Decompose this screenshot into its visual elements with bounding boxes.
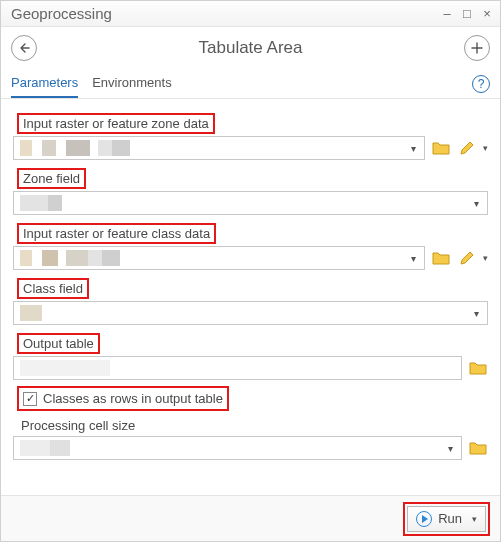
minimize-icon[interactable]: – <box>440 7 454 21</box>
run-button[interactable]: Run ▾ <box>407 506 486 532</box>
label-input-class: Input raster or feature class data <box>17 223 216 244</box>
maximize-icon[interactable]: □ <box>460 7 474 21</box>
cell-size-combo[interactable]: ▾ <box>13 436 462 460</box>
input-zone-value <box>20 137 407 159</box>
classes-as-rows-label: Classes as rows in output table <box>43 391 223 406</box>
browse-button[interactable] <box>468 438 488 458</box>
tab-environments[interactable]: Environments <box>92 69 171 98</box>
chevron-down-icon[interactable]: ▾ <box>407 143 420 154</box>
chevron-down-icon[interactable]: ▾ <box>444 443 457 454</box>
add-button[interactable] <box>464 35 490 61</box>
input-class-combo[interactable]: ▾ <box>13 246 425 270</box>
pane-title: Geoprocessing <box>11 5 112 22</box>
class-field-value <box>20 302 470 324</box>
label-zone-field: Zone field <box>17 168 86 189</box>
folder-icon <box>469 440 487 456</box>
close-icon[interactable]: × <box>480 7 494 21</box>
label-output-table: Output table <box>17 333 100 354</box>
chevron-down-icon[interactable]: ▾ <box>407 253 420 264</box>
classes-as-rows-row: ✓ Classes as rows in output table <box>17 386 229 411</box>
browse-button[interactable] <box>431 248 451 268</box>
label-input-zone: Input raster or feature zone data <box>17 113 215 134</box>
zone-field-combo[interactable]: ▾ <box>13 191 488 215</box>
back-button[interactable] <box>11 35 37 61</box>
input-zone-combo[interactable]: ▾ <box>13 136 425 160</box>
cell-size-value <box>20 437 444 459</box>
help-button[interactable]: ? <box>472 75 490 93</box>
browse-button[interactable] <box>431 138 451 158</box>
output-table-input[interactable] <box>13 356 462 380</box>
edit-chevron-icon[interactable]: ▾ <box>483 253 488 263</box>
output-table-value <box>20 357 457 379</box>
run-chevron-icon[interactable]: ▾ <box>472 514 477 524</box>
add-icon <box>471 42 483 54</box>
pencil-icon <box>459 250 475 266</box>
folder-icon <box>469 360 487 376</box>
input-class-value <box>20 247 407 269</box>
folder-icon <box>432 140 450 156</box>
pencil-icon <box>459 140 475 156</box>
chevron-down-icon[interactable]: ▾ <box>470 308 483 319</box>
tab-parameters[interactable]: Parameters <box>11 69 78 98</box>
edit-button[interactable] <box>457 248 477 268</box>
classes-as-rows-checkbox[interactable]: ✓ <box>23 392 37 406</box>
run-label: Run <box>438 511 462 526</box>
label-cell-size: Processing cell size <box>17 417 139 434</box>
label-class-field: Class field <box>17 278 89 299</box>
edit-button[interactable] <box>457 138 477 158</box>
play-icon <box>416 511 432 527</box>
back-icon <box>18 42 30 54</box>
class-field-combo[interactable]: ▾ <box>13 301 488 325</box>
chevron-down-icon[interactable]: ▾ <box>470 198 483 209</box>
browse-button[interactable] <box>468 358 488 378</box>
folder-icon <box>432 250 450 266</box>
zone-field-value <box>20 192 470 214</box>
window-controls: – □ × <box>440 7 494 21</box>
tool-title: Tabulate Area <box>199 38 303 58</box>
edit-chevron-icon[interactable]: ▾ <box>483 143 488 153</box>
